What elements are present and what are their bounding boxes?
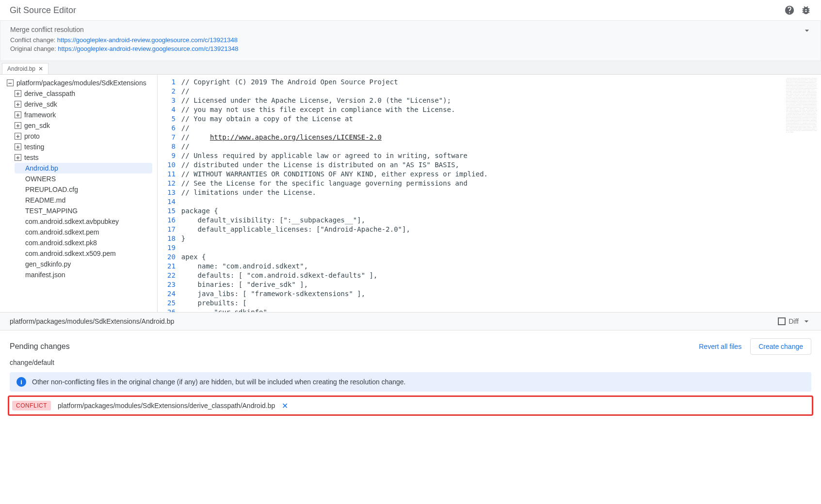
info-icon: i — [16, 377, 26, 387]
collapse-icon[interactable] — [802, 26, 812, 35]
tree-label: TEST_MAPPING — [25, 207, 78, 215]
tree-label: Android.bp — [25, 164, 58, 172]
tree-folder[interactable]: +testing — [0, 142, 157, 152]
tree-folder[interactable]: +framework — [0, 110, 157, 120]
chevron-down-icon[interactable] — [802, 316, 811, 326]
conflict-file-row[interactable]: CONFLICT platform/packages/modules/SdkEx… — [8, 395, 813, 416]
tree-label: PREUPLOAD.cfg — [25, 186, 78, 193]
tree-label: platform/packages/modules/SdkExtensions — [16, 79, 146, 87]
path-bar: platform/packages/modules/SdkExtensions/… — [0, 312, 821, 331]
tree-label: tests — [24, 154, 39, 161]
tree-label: derive_sdk — [24, 100, 57, 108]
conflict-badge: CONFLICT — [12, 401, 51, 410]
diff-label: Diff — [789, 317, 799, 325]
tree-file[interactable]: Android.bp — [15, 163, 152, 173]
tree-file[interactable]: com.android.sdkext.pem — [0, 227, 157, 237]
create-change-button[interactable]: Create change — [750, 338, 811, 355]
expand-icon[interactable]: + — [15, 122, 21, 129]
tree-label: framework — [24, 111, 56, 119]
page-title: Git Source Editor — [10, 5, 76, 16]
tree-label: com.android.sdkext.pem — [25, 228, 99, 236]
discard-icon[interactable]: ✕ — [282, 401, 288, 410]
tree-label: README.md — [25, 196, 65, 204]
tree-file[interactable]: TEST_MAPPING — [0, 205, 157, 216]
tree-label: gen_sdk — [24, 122, 50, 129]
tree-folder[interactable]: +tests — [0, 152, 157, 163]
tree-folder[interactable]: +derive_sdk — [0, 99, 157, 110]
collapse-icon[interactable]: − — [7, 79, 14, 86]
tree-label: manifest.json — [25, 271, 65, 279]
tree-file[interactable]: PREUPLOAD.cfg — [0, 184, 157, 195]
merge-title: Merge conflict resolution — [10, 26, 811, 33]
tree-label: testing — [24, 143, 44, 151]
tree-label: com.android.sdkext.pk8 — [25, 239, 97, 247]
tree-folder[interactable]: +gen_sdk — [0, 120, 157, 131]
tree-label: com.android.sdkext.avbpubkey — [25, 218, 119, 225]
minimap[interactable]: // Copyright (C) 2019 The Android Open S… — [782, 75, 821, 312]
tree-file[interactable]: gen_sdkinfo.py — [0, 259, 157, 269]
bug-icon[interactable] — [801, 5, 811, 16]
line-gutter: 1234567891011121314151617181920212223242… — [158, 75, 181, 312]
expand-icon[interactable]: + — [15, 90, 21, 97]
tree-folder[interactable]: +derive_classpath — [0, 88, 157, 99]
tab-label: Android.bp — [7, 65, 35, 72]
close-icon[interactable]: ✕ — [38, 65, 43, 72]
tree-folder[interactable]: −platform/packages/modules/SdkExtensions — [0, 78, 157, 88]
file-tab[interactable]: Android.bp ✕ — [2, 63, 48, 74]
pending-title: Pending changes — [10, 342, 70, 351]
conflict-file-path: platform/packages/modules/SdkExtensions/… — [58, 402, 275, 410]
expand-icon[interactable]: + — [15, 101, 21, 108]
expand-icon[interactable]: + — [15, 143, 21, 150]
conflict-change-line: Conflict change: https://googleplex-andr… — [10, 36, 811, 44]
tab-bar: Android.bp ✕ — [0, 61, 821, 75]
expand-icon[interactable]: + — [15, 111, 21, 118]
info-banner: i Other non-conflicting files in the ori… — [10, 372, 811, 392]
change-branch: change/default — [0, 359, 821, 372]
original-change-link[interactable]: https://googleplex-android-review.google… — [58, 45, 238, 52]
tree-file[interactable]: manifest.json — [0, 269, 157, 280]
tree-label: OWNERS — [25, 175, 56, 183]
tree-file[interactable]: OWNERS — [0, 173, 157, 184]
pending-changes-header: Pending changes Revert all files Create … — [0, 331, 821, 359]
expand-icon[interactable]: + — [15, 154, 21, 161]
tree-label: proto — [24, 132, 40, 140]
info-text: Other non-conflicting files in the origi… — [32, 378, 405, 386]
tree-label: gen_sdkinfo.py — [25, 260, 71, 268]
file-tree: −platform/packages/modules/SdkExtensions… — [0, 75, 158, 312]
header: Git Source Editor — [0, 0, 821, 20]
tree-file[interactable]: com.android.sdkext.avbpubkey — [0, 216, 157, 227]
tree-file[interactable]: README.md — [0, 195, 157, 205]
help-icon[interactable] — [784, 5, 795, 16]
tree-file[interactable]: com.android.sdkext.pk8 — [0, 237, 157, 248]
code-editor[interactable]: 1234567891011121314151617181920212223242… — [158, 75, 782, 312]
conflict-change-link[interactable]: https://googleplex-android-review.google… — [57, 36, 238, 44]
diff-checkbox[interactable] — [778, 317, 786, 325]
tree-file[interactable]: com.android.sdkext.x509.pem — [0, 248, 157, 259]
original-change-line: Original change: https://googleplex-andr… — [10, 45, 811, 52]
expand-icon[interactable]: + — [15, 133, 21, 140]
tree-label: com.android.sdkext.x509.pem — [25, 250, 116, 257]
tree-folder[interactable]: +proto — [0, 131, 157, 142]
file-path: platform/packages/modules/SdkExtensions/… — [10, 317, 174, 325]
merge-conflict-panel: Merge conflict resolution Conflict chang… — [0, 20, 821, 61]
revert-all-button[interactable]: Revert all files — [699, 343, 741, 350]
code-content: // Copyright (C) 2019 The Android Open S… — [181, 75, 782, 312]
tree-label: derive_classpath — [24, 90, 75, 97]
